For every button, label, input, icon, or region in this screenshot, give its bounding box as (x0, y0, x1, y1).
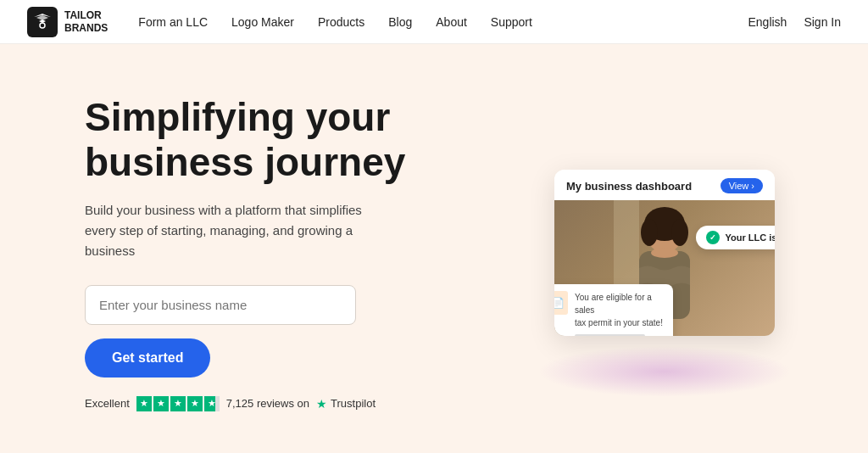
nav-products[interactable]: Products (318, 15, 364, 29)
tp-star-4: ★ (187, 396, 203, 411)
hero-section: Simplifying your business journey Build … (0, 44, 868, 453)
excellent-label: Excellent (85, 397, 130, 410)
tax-document-icon: 📄 (554, 291, 568, 315)
tax-text: You are eligible for a sales tax permit … (575, 291, 663, 336)
business-name-input[interactable] (85, 285, 356, 325)
svg-point-7 (651, 248, 678, 258)
logo[interactable]: TAILORBRANDS (27, 7, 108, 37)
hero-right: My business dashboard View › (488, 126, 841, 380)
llc-check-icon: ✓ (706, 231, 720, 244)
tp-star-5: ★ (204, 396, 220, 411)
nav-logo-maker[interactable]: Logo Maker (231, 15, 294, 29)
nav-right: English Sign In (748, 15, 841, 29)
view-button[interactable]: View › (721, 178, 763, 193)
navbar: TAILORBRANDS Form an LLC Logo Maker Prod… (0, 0, 868, 44)
svg-rect-8 (614, 200, 639, 285)
llc-badge: ✓ Your LLC is submitted (696, 226, 775, 249)
tp-logo-star: ★ (316, 397, 327, 411)
tp-reviews: 7,125 reviews on (226, 397, 309, 410)
tax-bar (575, 334, 645, 336)
nav-language[interactable]: English (748, 15, 787, 29)
tp-stars: ★ ★ ★ ★ ★ (136, 396, 220, 411)
chevron-right-icon: › (751, 181, 754, 191)
hero-left: Simplifying your business journey Build … (85, 95, 437, 411)
tax-card: 📄 You are eligible for a sales tax permi… (554, 284, 673, 336)
hero-title: Simplifying your business journey (85, 95, 437, 185)
tp-logo: ★ Trustpilot (316, 397, 376, 411)
dashboard-title: My business dashboard (566, 180, 692, 193)
hero-subtitle: Build your business with a platform that… (85, 200, 390, 261)
nav-blog[interactable]: Blog (388, 15, 412, 29)
glow-effect (537, 346, 792, 397)
tp-star-3: ★ (170, 396, 186, 411)
logo-text: TAILORBRANDS (64, 9, 108, 34)
nav-signin[interactable]: Sign In (804, 15, 841, 29)
nav-support[interactable]: Support (491, 15, 532, 29)
tp-star-2: ★ (153, 396, 169, 411)
trustpilot-section: Excellent ★ ★ ★ ★ ★ 7,125 reviews on ★ T… (85, 396, 437, 411)
tp-platform: Trustpilot (331, 397, 376, 410)
nav-about[interactable]: About (436, 15, 467, 29)
dashboard-header: My business dashboard View › (554, 170, 775, 200)
get-started-button[interactable]: Get started (85, 338, 210, 378)
dashboard-card: My business dashboard View › (554, 170, 775, 336)
nav-form-llc[interactable]: Form an LLC (138, 15, 208, 29)
svg-point-5 (671, 219, 688, 246)
tp-star-1: ★ (136, 396, 152, 411)
svg-point-4 (641, 219, 658, 246)
nav-links: Form an LLC Logo Maker Products Blog Abo… (138, 15, 748, 29)
